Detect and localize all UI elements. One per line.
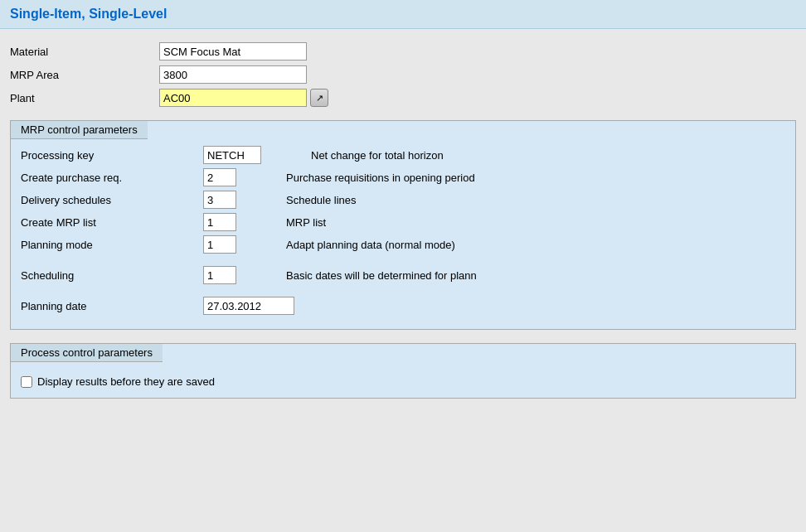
delivery-schedules-label: Delivery schedules <box>21 194 203 206</box>
scheduling-label: Scheduling <box>21 269 203 282</box>
process-group-box: Process control parameters Display resul… <box>10 343 796 399</box>
material-row: Material <box>10 42 796 60</box>
content-area: Material MRP Area Plant ↗ MRP control pa… <box>0 29 806 412</box>
processing-key-label: Processing key <box>21 149 203 162</box>
create-mrp-list-row: Create MRP list MRP list <box>21 213 785 231</box>
planning-mode-row: Planning mode Adapt planning data (norma… <box>21 235 785 254</box>
display-results-label: Display results before they are saved <box>37 375 215 388</box>
planning-date-label: Planning date <box>21 300 203 312</box>
plant-input[interactable] <box>159 89 307 107</box>
plant-label: Plant <box>10 92 159 104</box>
mrp-group-title: MRP control parameters <box>11 121 148 139</box>
create-mrp-list-desc: MRP list <box>286 216 326 229</box>
page-wrapper: Single-Item, Single-Level Material MRP A… <box>0 0 806 532</box>
delivery-schedules-desc: Schedule lines <box>286 194 357 206</box>
planning-date-row: Planning date <box>21 297 785 315</box>
plant-row: Plant ↗ <box>10 89 796 107</box>
processing-key-input[interactable] <box>203 146 261 164</box>
mrp-area-input[interactable] <box>159 65 307 84</box>
create-purchase-req-row: Create purchase req. Purchase requisitio… <box>21 168 785 186</box>
mrp-area-row: MRP Area <box>10 65 796 84</box>
mrp-area-label: MRP Area <box>10 69 159 81</box>
material-label: Material <box>10 46 159 58</box>
delivery-schedules-input[interactable] <box>203 191 236 209</box>
material-input[interactable] <box>159 42 307 60</box>
planning-mode-input[interactable] <box>203 235 236 254</box>
process-group-title: Process control parameters <box>11 344 163 362</box>
delivery-schedules-row: Delivery schedules Schedule lines <box>21 191 785 209</box>
create-purchase-req-input[interactable] <box>203 168 236 186</box>
mrp-group-content: Processing key Net change for total hori… <box>11 139 795 329</box>
scheduling-desc: Basic dates will be determined for plann <box>286 269 477 282</box>
process-group-content: Display results before they are saved <box>11 362 795 398</box>
fields-section: Material MRP Area Plant ↗ <box>10 42 796 107</box>
create-mrp-list-input[interactable] <box>203 213 236 231</box>
scheduling-input[interactable] <box>203 266 236 284</box>
processing-key-desc: Net change for total horizon <box>311 149 444 162</box>
display-results-row: Display results before they are saved <box>21 375 785 388</box>
page-title: Single-Item, Single-Level <box>0 0 806 29</box>
display-results-checkbox[interactable] <box>21 376 32 388</box>
create-purchase-req-desc: Purchase requisitions in opening period <box>286 172 475 184</box>
mrp-group-box: MRP control parameters Processing key Ne… <box>10 120 796 330</box>
processing-key-row: Processing key Net change for total hori… <box>21 146 785 164</box>
planning-date-input[interactable] <box>203 297 294 315</box>
scheduling-row: Scheduling Basic dates will be determine… <box>21 266 785 284</box>
plant-field-group: ↗ <box>159 89 328 107</box>
navigate-icon: ↗ <box>316 93 323 104</box>
plant-navigate-button[interactable]: ↗ <box>310 89 328 107</box>
create-purchase-req-label: Create purchase req. <box>21 172 203 184</box>
planning-mode-desc: Adapt planning data (normal mode) <box>286 239 455 251</box>
planning-mode-label: Planning mode <box>21 239 203 251</box>
create-mrp-list-label: Create MRP list <box>21 216 203 229</box>
